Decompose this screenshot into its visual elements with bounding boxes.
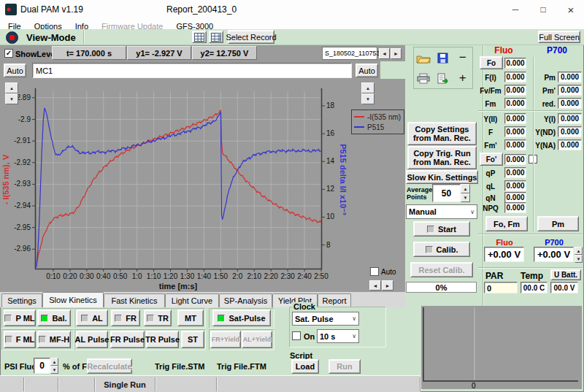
minimize-icon[interactable]: ─ (502, 0, 529, 19)
control-button-fr[interactable]: FR (111, 310, 140, 326)
control-button-al-pulse[interactable]: AL Pulse (76, 331, 108, 348)
record-select-value: S_180502_110753 (325, 50, 380, 57)
param-button-fo[interactable]: Fo' (480, 153, 503, 166)
select-record-button[interactable]: Select Record (228, 30, 274, 44)
tab-sp-analysis[interactable]: SP-Analysis (219, 293, 272, 307)
fo-fm-button[interactable]: Fo, Fm (485, 216, 528, 231)
psi-spin-up[interactable]: ▲ (50, 358, 58, 366)
param-value-fm: 0.000 (504, 139, 526, 150)
control-button-bal[interactable]: Bal. (37, 310, 71, 326)
svg-text:-2.96: -2.96 (14, 245, 31, 253)
full-screen-button[interactable]: Full Screen (538, 31, 580, 43)
clock-mode-select[interactable]: Sat. Pulse ∨ (292, 312, 359, 326)
grid-column-view-icon[interactable] (209, 31, 223, 43)
view-tabs: SettingsSlow KineticsFast KineticsLight … (0, 292, 405, 307)
svg-text:-2.95: -2.95 (14, 223, 31, 231)
print-icon[interactable] (414, 68, 434, 88)
script-load-button[interactable]: Load (291, 359, 319, 374)
svg-text:1:20: 1:20 (164, 272, 178, 280)
param-value-ql: 0.000 (504, 180, 526, 191)
export-report-icon[interactable] (434, 68, 453, 88)
svg-text:1:10: 1:10 (147, 272, 161, 280)
control-button-fr-yield[interactable]: FR+Yield (210, 331, 241, 348)
svg-text:2:40: 2:40 (297, 272, 312, 280)
record-select[interactable]: S_180502_110753 ∨ (322, 47, 377, 60)
param-button-fo[interactable]: Fo (480, 56, 503, 69)
add-record-icon[interactable]: + (453, 68, 472, 88)
clock-on-checkbox[interactable] (292, 331, 301, 340)
record-prev-button[interactable]: ◄ (379, 48, 390, 59)
recalculate-button[interactable]: Recalculate (87, 358, 132, 374)
calib-button[interactable]: Calib. (413, 242, 470, 257)
left-axis-spin-down[interactable]: ▼ (5, 93, 18, 104)
show-level-label: ShowLevel (15, 50, 57, 58)
file-actions-panel: − + (413, 47, 473, 89)
ubatt-label: U Batt. (550, 269, 581, 280)
left-axis-spin-up[interactable]: ▲ (5, 82, 18, 93)
reset-calib-button[interactable]: Reset Calib. (410, 262, 473, 277)
script-run-button[interactable]: Run (328, 359, 361, 374)
fluo-header: Fluo (478, 46, 529, 55)
status-bar: Single Run (0, 375, 420, 392)
open-folder-icon[interactable] (414, 47, 434, 68)
control-button-fr-pulse[interactable]: FR Pulse (110, 331, 145, 348)
control-label-fr: FR (126, 314, 137, 323)
control-button-mt[interactable]: MT (177, 310, 204, 326)
control-button-st[interactable]: ST (181, 331, 204, 348)
control-button-al-yield[interactable]: AL+Yield (242, 331, 272, 348)
grid-view-icon[interactable] (192, 31, 207, 43)
average-points-value[interactable]: 50 (432, 184, 461, 202)
control-button-tr[interactable]: TR (144, 310, 172, 326)
tab-report[interactable]: Report (318, 293, 351, 307)
tab-settings[interactable]: Settings (1, 293, 42, 307)
save-icon[interactable] (434, 47, 453, 68)
legend-label-p515: P515 (367, 123, 384, 131)
memo-input[interactable] (32, 63, 352, 78)
control-button-sat-pulse[interactable]: Sat-Pulse (212, 310, 271, 326)
control-button-f-ml[interactable]: F ML (4, 331, 36, 348)
svg-text:16: 16 (326, 129, 335, 137)
panel-notch (380, 61, 405, 79)
control-button-al[interactable]: AL (76, 310, 108, 326)
chevron-down-icon: ∨ (470, 209, 474, 215)
average-points-spin-up[interactable]: ▲ (461, 184, 470, 193)
chart-auto-checkbox[interactable] (370, 267, 379, 276)
indicator-sat-pulse (218, 315, 225, 322)
close-icon[interactable]: × (558, 0, 584, 19)
app-icon (5, 4, 17, 15)
control-button-p-ml[interactable]: P ML (4, 310, 36, 326)
param-value-fm: 0.000 (504, 98, 526, 109)
copy-settings-button[interactable]: Copy Settings from Man. Rec. (407, 122, 477, 145)
tab-slow-kinetics[interactable]: Slow Kinetics (42, 292, 104, 307)
right-axis-spin-down[interactable]: ▼ (361, 93, 374, 104)
gain-spin-down[interactable]: ▼ (575, 255, 583, 263)
chart-scroll-right[interactable]: ► (382, 280, 393, 291)
param-value-red: 0.000 (558, 98, 582, 109)
show-level-checkbox[interactable]: ✓ (4, 49, 13, 58)
control-button-tr-pulse[interactable]: TR Pulse (146, 331, 179, 348)
status-cell-1 (0, 377, 24, 391)
record-next-button[interactable]: ► (391, 48, 402, 59)
psi-fluo-value[interactable]: 0 (34, 358, 50, 374)
control-button-mf-h[interactable]: MF-H (37, 331, 71, 348)
remove-record-icon[interactable]: − (453, 47, 472, 68)
chart-scroll-left[interactable]: ◄ (369, 280, 381, 291)
average-points-spin-down[interactable]: ▼ (461, 193, 470, 202)
tab-fast-kinetics[interactable]: Fast Kinetics (104, 293, 165, 307)
auto-scale-right-button[interactable]: Auto (356, 64, 378, 77)
pm-measure-button[interactable]: Pm (537, 216, 579, 231)
tab-light-curve[interactable]: Light Curve (165, 293, 219, 307)
gain-spin-up[interactable]: ▲ (575, 247, 583, 255)
slow-kin-settings-button[interactable]: Slow Kin. Settings (406, 170, 478, 184)
start-button[interactable]: Start (413, 221, 470, 237)
maximize-icon[interactable]: □ (530, 0, 556, 19)
auto-scale-left-button[interactable]: Auto (4, 64, 26, 77)
trigger-mode-select[interactable]: Manual ∨ (406, 204, 477, 219)
copy-trig-run-button[interactable]: Copy Trig. Run from Man. Rec. (407, 146, 477, 169)
right-axis-spin-up[interactable]: ▲ (361, 82, 374, 93)
psi-spin-down[interactable]: ▼ (50, 366, 58, 374)
progress-bar: 0% (406, 282, 477, 293)
record-icon[interactable] (6, 31, 18, 44)
clock-interval-select[interactable]: 10 s ∨ (317, 329, 359, 343)
svg-text:0:10: 0:10 (46, 272, 61, 280)
